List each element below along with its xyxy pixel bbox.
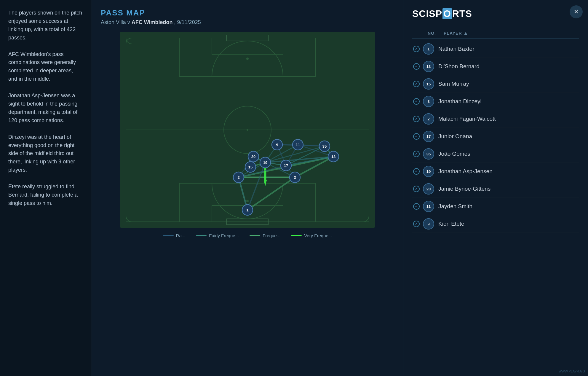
- svg-text:17: 17: [284, 163, 288, 168]
- player-number-badge: 9: [423, 218, 434, 230]
- svg-text:9: 9: [276, 143, 278, 147]
- legend-color-very-frequent: [291, 235, 302, 236]
- description-1: The players shown on the pitch enjoyed s…: [8, 9, 83, 42]
- match-team2: AFC Wimbledon: [132, 19, 173, 25]
- svg-point-11: [246, 58, 249, 60]
- check-icon: [412, 202, 421, 211]
- check-icon: [412, 115, 421, 123]
- check-icon: [412, 45, 421, 53]
- svg-text:11: 11: [296, 143, 300, 147]
- legend-label-very-frequent: Very Freque...: [304, 233, 332, 238]
- player-name: Nathan Baxter: [438, 46, 474, 52]
- legend-label-rare: Ra...: [176, 233, 186, 238]
- legend-item-rare: Ra...: [163, 233, 186, 238]
- check-circle: [413, 186, 420, 192]
- check-icon: [412, 185, 421, 193]
- check-circle: [413, 98, 420, 105]
- legend-color-fairly-frequent: [196, 235, 207, 236]
- legend-color-frequent: [250, 235, 260, 236]
- player-number-badge: 13: [423, 61, 434, 72]
- description-3: Jonathan Asp-Jensen was a sight to behol…: [8, 92, 83, 125]
- player-number-badge: 2: [423, 113, 434, 125]
- legend-item-fairly-frequent: Fairly Freque...: [196, 233, 239, 238]
- player-name: João Gomes: [438, 151, 470, 157]
- check-icon: [412, 220, 421, 228]
- match-info: Aston Villa v AFC Wimbledon , 9/11/2025: [101, 19, 394, 26]
- legend-item-very-frequent: Very Freque...: [291, 233, 332, 238]
- player-name: Kion Etete: [438, 221, 464, 227]
- player-number-badge: 15: [423, 78, 434, 90]
- svg-text:20: 20: [251, 154, 255, 159]
- player-row[interactable]: 3 Jonathan Dinzeyi: [412, 93, 579, 110]
- player-table-header: NO. PLAYER ▲: [412, 28, 579, 39]
- check-circle: [413, 133, 420, 140]
- svg-text:15: 15: [248, 165, 253, 169]
- player-row[interactable]: 20 Jamie Bynoe-Gittens: [412, 180, 579, 198]
- player-row[interactable]: 1 Nathan Baxter: [412, 40, 579, 58]
- svg-text:2: 2: [237, 175, 239, 180]
- player-number-badge: 19: [423, 166, 434, 177]
- check-icon: [412, 132, 421, 141]
- player-number-badge: 1: [423, 43, 434, 55]
- player-name: Jamie Bynoe-Gittens: [438, 186, 490, 192]
- close-button[interactable]: ✕: [570, 5, 583, 18]
- logo-accent: O: [442, 8, 452, 19]
- player-name: Sam Murray: [438, 81, 469, 87]
- pitch-container: 1 2 3 9 11 13 15 17 19: [120, 32, 375, 228]
- pass-map-title: PASS MAP: [101, 8, 394, 17]
- right-panel: SCISPORTS NO. PLAYER ▲ 1 Nathan Baxter 1…: [403, 0, 588, 376]
- player-row[interactable]: 15 Sam Murray: [412, 75, 579, 93]
- legend-color-rare: [163, 235, 174, 236]
- player-name: Jonathan Dinzeyi: [438, 98, 482, 105]
- legend-label-fairly-frequent: Fairly Freque...: [209, 233, 239, 238]
- player-list: 1 Nathan Baxter 13 Di'Shon Bernard 15 Sa…: [412, 40, 579, 233]
- legend-label-frequent: Freque...: [263, 233, 280, 238]
- check-icon: [412, 80, 421, 88]
- check-circle: [413, 63, 420, 70]
- sort-icon[interactable]: ▲: [463, 31, 468, 36]
- player-name: Malachi Fagan-Walcott: [438, 116, 496, 122]
- player-name: Junior Onana: [438, 133, 472, 140]
- svg-point-12: [246, 200, 249, 202]
- check-icon: [412, 97, 421, 106]
- svg-text:35: 35: [322, 144, 327, 149]
- left-panel: The players shown on the pitch enjoyed s…: [0, 0, 92, 376]
- player-number-badge: 35: [423, 148, 434, 160]
- description-2: AFC Wimbledon's pass combinations were g…: [8, 50, 83, 84]
- watermark: WWW.PLAYR.GG: [559, 369, 585, 373]
- player-row[interactable]: 13 Di'Shon Bernard: [412, 58, 579, 75]
- check-circle: [413, 81, 420, 87]
- player-number-badge: 3: [423, 96, 434, 107]
- scisports-logo: SCISPORTS: [412, 8, 579, 19]
- player-row[interactable]: 17 Junior Onana: [412, 128, 579, 145]
- player-row[interactable]: 19 Jonathan Asp-Jensen: [412, 163, 579, 180]
- check-icon: [412, 150, 421, 158]
- match-date: , 9/11/2025: [174, 19, 201, 25]
- player-number-badge: 20: [423, 183, 434, 195]
- description-5: Etete really struggled to find Bernard, …: [8, 183, 83, 208]
- check-circle: [413, 203, 420, 210]
- col-header-player: PLAYER ▲: [441, 31, 579, 36]
- player-name: Di'Shon Bernard: [438, 63, 480, 70]
- check-circle: [413, 46, 420, 52]
- player-row[interactable]: 35 João Gomes: [412, 145, 579, 163]
- player-row[interactable]: 11 Jayden Smith: [412, 198, 579, 215]
- player-number-badge: 17: [423, 131, 434, 142]
- svg-text:19: 19: [263, 160, 267, 165]
- description-4: Dinzeyi was at the heart of everything g…: [8, 133, 83, 174]
- svg-text:1: 1: [246, 208, 248, 212]
- player-name: Jayden Smith: [438, 203, 472, 210]
- player-row[interactable]: 2 Malachi Fagan-Walcott: [412, 110, 579, 128]
- player-number-badge: 11: [423, 201, 434, 212]
- main-area: PASS MAP Aston Villa v AFC Wimbledon , 9…: [92, 0, 403, 376]
- check-icon: [412, 62, 421, 71]
- player-row[interactable]: 9 Kion Etete: [412, 215, 579, 233]
- legend: Ra... Fairly Freque... Freque... Very Fr…: [101, 233, 394, 238]
- pitch-svg: 1 2 3 9 11 13 15 17 19: [120, 32, 375, 228]
- col-header-no: NO.: [423, 31, 441, 36]
- svg-text:13: 13: [331, 154, 335, 159]
- check-circle: [413, 168, 420, 175]
- check-circle: [413, 116, 420, 122]
- match-team1: Aston Villa v: [101, 19, 130, 25]
- check-circle: [413, 151, 420, 157]
